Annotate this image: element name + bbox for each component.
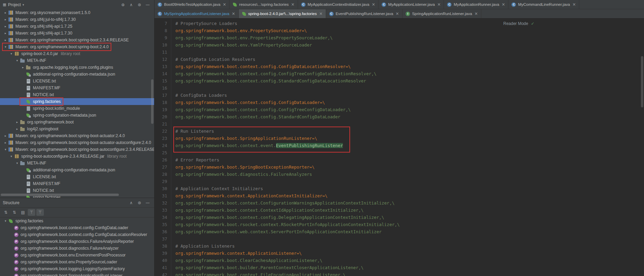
collapse-all-icon[interactable]: ∧ bbox=[127, 1, 135, 8]
sort-alphabetically-icon[interactable]: ⇅ bbox=[2, 209, 10, 216]
hide-panel-icon[interactable]: — bbox=[144, 1, 151, 8]
structure-item[interactable]: Porg.springframework.boot.diagnostics.Fa… bbox=[0, 238, 154, 245]
editor-tab[interactable]: CEventPublishingRunListener.java× bbox=[326, 9, 402, 18]
structure-item[interactable]: Porg.springframework.boot.env.Environmen… bbox=[0, 252, 154, 259]
project-tree-item[interactable]: ▸log4j2.springboot bbox=[0, 126, 154, 132]
row-content: ▾Maven: org.springframework.boot:spring-… bbox=[3, 146, 154, 153]
editor-tab[interactable]: resources\...\spring.factories× bbox=[230, 0, 298, 9]
project-tree-item[interactable]: additional-spring-configuration-metadata… bbox=[0, 167, 154, 173]
structure-item[interactable]: Porg.springframework.boot.SpringApplicat… bbox=[0, 272, 154, 276]
settings-gear-icon[interactable]: ⊛ bbox=[136, 199, 143, 206]
structure-panel-title[interactable]: Structure bbox=[3, 200, 20, 205]
chevron-right-icon[interactable]: ▸ bbox=[3, 11, 8, 14]
project-tree-item[interactable]: ▸org.springframework.boot bbox=[0, 119, 154, 126]
chevron-right-icon[interactable]: ▸ bbox=[3, 134, 8, 137]
project-tree-item[interactable]: ▾META-INF bbox=[0, 57, 154, 64]
editor-tab[interactable]: CMyApplicationListener.java× bbox=[379, 0, 444, 9]
code-line: org.springframework.boot.builder.ParentC… bbox=[175, 264, 644, 271]
tab-close-icon[interactable]: × bbox=[396, 11, 399, 16]
chevron-right-icon[interactable]: ▸ bbox=[3, 25, 8, 28]
project-tree-item[interactable]: ▸Maven: org.springframework.boot:spring-… bbox=[0, 132, 154, 139]
project-tree-item[interactable]: ▾META-INF bbox=[0, 160, 154, 167]
show-properties-icon[interactable]: ⊤ bbox=[36, 209, 44, 216]
chevron-right-icon[interactable]: ▸ bbox=[3, 18, 8, 21]
structure-item[interactable]: Porg.springframework.boot.logging.Loggin… bbox=[0, 265, 154, 272]
editor-tab[interactable]: CMyApplicationContextInitializer.java× bbox=[298, 0, 379, 9]
project-tree-item[interactable]: ▸Maven: org.skyscreamer.jsonassert:1.5.0 bbox=[0, 9, 154, 16]
line-number: 31 bbox=[154, 192, 167, 199]
collapse-all-icon[interactable]: ∧ bbox=[127, 199, 135, 206]
tab-close-icon[interactable]: × bbox=[232, 11, 235, 16]
sort-by-visibility-icon[interactable]: ⇅ bbox=[11, 209, 18, 216]
project-tree-item[interactable]: ▾Maven: org.springframework.boot:spring-… bbox=[0, 43, 154, 50]
project-tree-item[interactable]: ▸org.apache.logging.log4j.core.config.pl… bbox=[0, 64, 154, 71]
chevron-down-icon[interactable]: ▾ bbox=[3, 148, 8, 151]
project-tree-item[interactable]: LICENSE.txt bbox=[0, 173, 154, 180]
project-tree-item[interactable]: MANIFEST.MF bbox=[0, 84, 154, 91]
project-horizontal-scrollbar[interactable] bbox=[1, 194, 119, 196]
project-tree-item[interactable]: NOTICE.txt bbox=[0, 187, 154, 194]
code-area[interactable]: # PropertySource Loadersorg.springframew… bbox=[171, 18, 644, 276]
springcfg-icon bbox=[26, 113, 31, 118]
tab-close-icon[interactable]: × bbox=[372, 2, 375, 7]
project-tree-item[interactable]: ▸Maven: org.slf4j:slf4j-api:1.7.30 bbox=[0, 30, 154, 37]
locate-icon[interactable]: ⊕ bbox=[119, 1, 127, 8]
project-tree-item[interactable]: ▸Maven: org.springframework.boot:spring-… bbox=[0, 37, 154, 43]
project-vertical-scrollbar[interactable] bbox=[151, 79, 153, 124]
chevron-down-icon[interactable]: ▾ bbox=[9, 52, 14, 55]
tab-close-icon[interactable]: × bbox=[319, 11, 323, 16]
project-tree-item[interactable]: ▾spring-boot-2.4.0.jarlibrary root bbox=[0, 50, 154, 57]
project-tree-item[interactable]: spring-boot.kotlin_module bbox=[0, 105, 154, 112]
editor-tab[interactable]: ISpringApplicationRunListener.java× bbox=[402, 9, 481, 18]
structure-item[interactable]: Porg.springframework.boot.context.config… bbox=[0, 224, 154, 231]
project-tree-item[interactable]: ▾spring-boot-autoconfigure-2.3.4.RELEASE… bbox=[0, 153, 154, 160]
project-tree-item[interactable]: ▸Maven: org.springframework.boot:spring-… bbox=[0, 139, 154, 146]
tab-close-icon[interactable]: × bbox=[501, 2, 505, 7]
reader-mode-widget[interactable]: Reader Mode ✓ bbox=[503, 20, 534, 27]
tab-close-icon[interactable]: × bbox=[223, 2, 226, 7]
editor-scrollbar-thumb[interactable] bbox=[641, 56, 643, 107]
editor-scrollbar[interactable] bbox=[640, 18, 644, 276]
tab-close-icon[interactable]: × bbox=[572, 2, 576, 7]
editor-tab[interactable]: CMyApplicationRunner.java× bbox=[444, 0, 508, 9]
editor-tab[interactable]: CBoot09HelloTestApplication.java× bbox=[154, 0, 230, 9]
project-tree-item[interactable]: ▸Maven: org.slf4j:jul-to-slf4j:1.7.30 bbox=[0, 16, 154, 23]
chevron-right-icon[interactable]: ▸ bbox=[3, 141, 8, 144]
project-tree-item[interactable]: spring.factories bbox=[0, 98, 154, 105]
chevron-down-icon[interactable]: ▾ bbox=[3, 219, 8, 223]
chevron-right-icon[interactable]: ▸ bbox=[3, 31, 8, 35]
chevron-right-icon[interactable]: ▸ bbox=[14, 120, 20, 124]
structure-item[interactable]: Porg.springframework.boot.diagnostics.Fa… bbox=[0, 245, 154, 252]
editor-tab[interactable]: CMyCommandLineRunner.java× bbox=[508, 0, 579, 9]
chevron-down-icon[interactable]: ▾ bbox=[14, 59, 20, 62]
tab-close-icon[interactable]: × bbox=[437, 2, 441, 7]
chevron-down-icon[interactable]: ▾ bbox=[14, 161, 20, 165]
editor-tab[interactable]: spring-boot-2.4.0.jar!\...\spring.factor… bbox=[239, 9, 326, 18]
tab-close-icon[interactable]: × bbox=[474, 11, 478, 16]
chevron-down-icon[interactable]: ▾ bbox=[23, 3, 24, 6]
project-tree-item[interactable]: NOTICE.txt bbox=[0, 91, 154, 98]
chevron-right-icon[interactable]: ▸ bbox=[20, 66, 26, 69]
settings-gear-icon[interactable]: ⊛ bbox=[136, 1, 143, 8]
hide-panel-icon[interactable]: — bbox=[144, 199, 151, 206]
structure-item[interactable]: Porg.springframework.boot.context.config… bbox=[0, 231, 154, 238]
show-fields-icon[interactable]: ⊤ bbox=[28, 209, 35, 216]
chevron-down-icon[interactable]: ▾ bbox=[9, 155, 14, 158]
project-tree-item[interactable]: spring-configuration-metadata.json bbox=[0, 112, 154, 119]
editor-body[interactable]: 7891011121314151617181920212223242526272… bbox=[154, 18, 644, 276]
structure-item[interactable]: ▾spring.factories bbox=[0, 218, 154, 224]
structure-item[interactable]: Porg.springframework.boot.env.PropertySo… bbox=[0, 259, 154, 265]
tab-close-icon[interactable]: × bbox=[291, 2, 295, 7]
project-tree-item[interactable]: additional-spring-configuration-metadata… bbox=[0, 71, 154, 78]
chevron-right-icon[interactable]: ▸ bbox=[14, 127, 20, 131]
editor-tab[interactable]: CMySpringApplicationRunListener.java× bbox=[154, 9, 239, 18]
group-list-icon[interactable]: ▤ bbox=[19, 209, 27, 216]
project-tree-item[interactable]: MANIFEST.MF bbox=[0, 180, 154, 187]
project-tree-item[interactable]: LICENSE.txt bbox=[0, 78, 154, 84]
chevron-right-icon[interactable]: ▸ bbox=[3, 38, 8, 42]
project-panel-title[interactable]: Project bbox=[8, 2, 21, 7]
chevron-down-icon[interactable]: ▾ bbox=[3, 45, 8, 49]
project-tree-item[interactable]: ▸Maven: org.slf4j:slf4j-api:1.7.25 bbox=[0, 23, 154, 30]
project-tree-item[interactable]: ▾Maven: org.springframework.boot:spring-… bbox=[0, 146, 154, 153]
reader-mode-label[interactable]: Reader Mode bbox=[503, 20, 528, 27]
